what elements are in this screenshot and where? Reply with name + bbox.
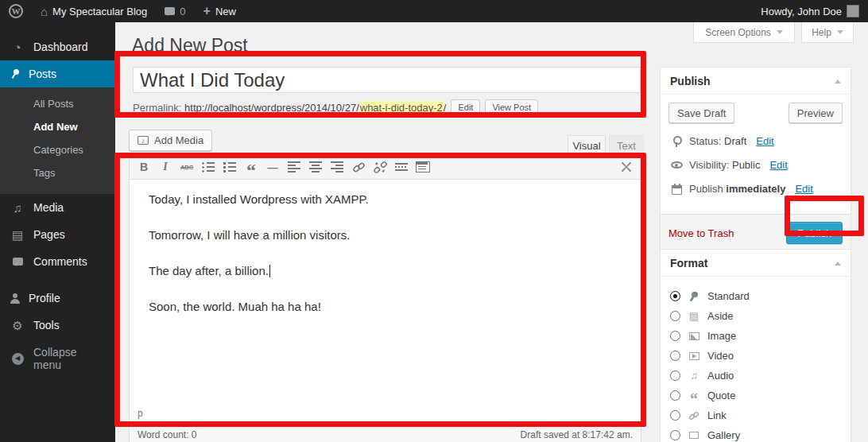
bold-button[interactable]: [134, 157, 154, 176]
radio-link[interactable]: [670, 410, 680, 421]
edit-status-link[interactable]: Edit: [756, 135, 773, 147]
publish-box-title: Publish: [670, 75, 711, 87]
tab-text[interactable]: Text: [609, 135, 644, 155]
edit-schedule-link[interactable]: Edit: [795, 183, 812, 195]
radio-quote[interactable]: [670, 390, 680, 401]
radio-gallery[interactable]: [670, 430, 680, 440]
align-left-button[interactable]: [284, 157, 304, 176]
sidebar-item-comments[interactable]: Comments: [0, 248, 115, 275]
format-box-header[interactable]: Format: [661, 250, 851, 277]
comments-link[interactable]: 0: [156, 0, 194, 22]
radio-image[interactable]: [670, 331, 680, 341]
collapse-toggle-icon[interactable]: [835, 76, 841, 83]
sidebar-item-profile[interactable]: Profile: [0, 285, 115, 312]
sidebar-item-dashboard[interactable]: Dashboard: [0, 33, 115, 60]
radio-video[interactable]: [670, 351, 680, 361]
submenu-item-categories[interactable]: Categories: [0, 138, 115, 161]
eye-icon: [671, 161, 683, 169]
comments-bubble-icon: [13, 258, 23, 266]
align-center-button[interactable]: [305, 157, 326, 176]
insert-link-button[interactable]: [348, 157, 369, 176]
format-label[interactable]: Quote: [707, 390, 735, 401]
italic-button[interactable]: [155, 157, 176, 176]
preview-button[interactable]: Preview: [789, 103, 843, 123]
blockquote-button[interactable]: [241, 157, 262, 176]
editor-status-bar: Word count: 0 Draft saved at 8:17:42 am.: [129, 426, 641, 442]
media-label: Media: [33, 201, 64, 214]
toolbar-toggle-button[interactable]: [413, 157, 433, 176]
format-option-aside: Aside: [670, 306, 841, 326]
sidebar-item-pages[interactable]: Pages: [0, 221, 115, 248]
insert-more-tag-button[interactable]: [391, 157, 412, 176]
publish-button[interactable]: Publish: [786, 222, 843, 244]
gallery-icon: [688, 432, 700, 439]
format-label[interactable]: Video: [707, 350, 734, 362]
media-icon: [10, 201, 25, 214]
admin-bar: My Spectacular Blog 0 New Howdy, John Do…: [0, 0, 868, 22]
help-button[interactable]: Help: [801, 22, 854, 43]
numbered-list-button[interactable]: [219, 157, 240, 176]
format-label[interactable]: Standard: [707, 290, 750, 302]
element-path: p: [138, 408, 143, 419]
format-option-audio: Audio: [670, 366, 841, 386]
align-right-button[interactable]: [327, 157, 347, 176]
editor-toolbar: [130, 155, 641, 180]
sidebar-item-collapse-menu[interactable]: Collapse menu: [0, 339, 115, 378]
add-media-label: Add Media: [154, 134, 203, 146]
editor-paragraph: Tomorrow, I will have a million visitors…: [149, 228, 622, 242]
bulleted-list-button[interactable]: [198, 157, 219, 176]
strikethrough-button[interactable]: [176, 157, 197, 176]
home-icon: [41, 6, 48, 17]
submenu-item-all-posts[interactable]: All Posts: [0, 92, 115, 115]
editor-content[interactable]: Today, I installed Wordpress with XAMPP.…: [130, 180, 641, 405]
save-draft-button[interactable]: Save Draft: [668, 103, 734, 123]
plus-icon: [203, 5, 211, 17]
tools-icon: [10, 319, 25, 332]
aside-icon: [688, 310, 700, 322]
format-option-quote: Quote: [670, 386, 841, 405]
post-title-input[interactable]: [133, 67, 641, 93]
format-label[interactable]: Link: [707, 409, 727, 421]
permalink-row: Permalink: http://localhost/wordpress/20…: [133, 99, 538, 116]
format-label[interactable]: Gallery: [707, 429, 740, 441]
fullscreen-icon: [620, 161, 633, 173]
sidebar-item-media[interactable]: Media: [0, 194, 115, 221]
view-post-button[interactable]: View Post: [485, 99, 538, 115]
text-cursor: [269, 265, 270, 277]
format-label[interactable]: Image: [707, 330, 736, 342]
radio-standard[interactable]: [670, 291, 680, 301]
radio-audio[interactable]: [670, 370, 680, 381]
sidebar-item-tools[interactable]: Tools: [0, 312, 115, 339]
submenu-item-add-new[interactable]: Add New: [0, 115, 115, 138]
publish-box-header[interactable]: Publish: [661, 68, 851, 95]
chevron-down-icon: [777, 30, 783, 37]
remove-link-button[interactable]: [370, 157, 390, 176]
screen-options-button[interactable]: Screen Options: [693, 22, 795, 43]
wordpress-logo-menu[interactable]: [0, 0, 32, 22]
comments-label: Comments: [33, 255, 87, 268]
editor-paragraph: The day after, a billion.: [149, 264, 622, 278]
submenu-item-tags[interactable]: Tags: [0, 161, 115, 184]
fullscreen-button[interactable]: [616, 157, 637, 176]
move-to-trash-link[interactable]: Move to Trash: [668, 227, 734, 239]
new-content-menu[interactable]: New: [195, 0, 245, 22]
status-pin-icon: [672, 136, 680, 147]
account-menu[interactable]: Howdy, John Doe: [752, 0, 868, 22]
media-note-icon: [138, 136, 149, 145]
horizontal-rule-button[interactable]: [262, 157, 283, 176]
format-label[interactable]: Audio: [707, 370, 734, 382]
collapse-toggle-icon[interactable]: [835, 258, 841, 266]
edit-visibility-link[interactable]: Edit: [769, 159, 787, 171]
edit-permalink-button[interactable]: Edit: [451, 99, 480, 115]
posts-submenu: All Posts Add New Categories Tags: [0, 87, 115, 194]
add-media-button[interactable]: Add Media: [129, 130, 212, 151]
sidebar-item-posts[interactable]: Posts: [0, 60, 115, 87]
format-label[interactable]: Aside: [707, 310, 734, 322]
tab-visual[interactable]: Visual: [568, 135, 606, 155]
radio-aside[interactable]: [670, 311, 680, 321]
pushpin-icon: [10, 68, 21, 79]
site-name-link[interactable]: My Spectacular Blog: [32, 0, 156, 22]
admin-sidebar: Dashboard Posts All Posts Add New Catego…: [0, 22, 115, 442]
avatar: [847, 5, 859, 17]
comments-icon: [165, 7, 175, 15]
